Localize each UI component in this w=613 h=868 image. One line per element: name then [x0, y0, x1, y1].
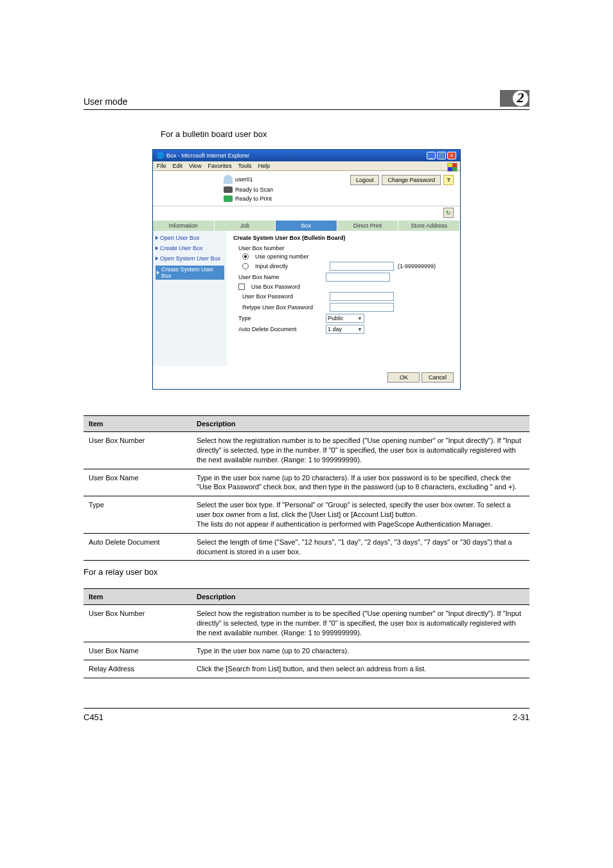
table-row: User Box Name Type in the user box name …: [84, 469, 529, 496]
auto-delete-select-value: 1 day: [328, 326, 342, 332]
table2-row0-item: User Box Number: [84, 605, 191, 642]
refresh-icon[interactable]: ↻: [443, 208, 454, 218]
subheading-relay: For a relay user box: [84, 567, 529, 577]
type-select[interactable]: Public▼: [326, 314, 364, 323]
main-tabs: Information Job Box Direct Print Store A…: [153, 221, 460, 231]
menu-file[interactable]: File: [157, 163, 166, 169]
user-box-password-input[interactable]: [330, 292, 394, 301]
tab-information[interactable]: Information: [153, 221, 215, 231]
table1-row3-desc: Select the length of time ("Save", "12 h…: [191, 533, 529, 561]
scan-status: Ready to Scan: [235, 186, 273, 193]
menu-tools[interactable]: Tools: [238, 163, 251, 169]
chapter-number: 2: [513, 91, 528, 106]
nav-create-user-box[interactable]: Create User Box: [155, 245, 224, 251]
type-select-value: Public: [328, 315, 344, 321]
retype-password-input[interactable]: [330, 303, 394, 312]
auto-delete-label: Auto Delete Document: [238, 326, 322, 332]
close-button[interactable]: ×: [447, 152, 456, 159]
ie-throbber-icon: [447, 163, 458, 172]
subheading-bulletin: For a bulletin board user box: [161, 129, 529, 139]
radio-input-directly[interactable]: [242, 263, 249, 269]
ie-icon: 🌐: [157, 152, 164, 159]
user-box-number-range: (1-999999999): [398, 263, 436, 269]
table1-row2-desc: Select the user box type. If "Personal" …: [191, 496, 529, 534]
user-box-number-input[interactable]: [330, 262, 394, 271]
radio-use-opening-number[interactable]: [242, 253, 249, 260]
help-icon[interactable]: ?: [443, 175, 454, 185]
user-box-name-label: User Box Name: [238, 274, 322, 280]
nav-create-system-user-box-label: Create System User Box: [161, 266, 223, 279]
use-box-password-label: Use Box Password: [251, 284, 300, 290]
tab-job[interactable]: Job: [215, 221, 276, 231]
user-box-password-label: User Box Password: [242, 293, 326, 300]
table-row: User Box Number Select how the registrat…: [84, 432, 529, 469]
table1-header-desc: Description: [191, 416, 529, 432]
window-title: Box - Microsoft Internet Explorer: [166, 152, 249, 159]
table-row: User Box Name Type in the user box name …: [84, 642, 529, 660]
menu-favorites[interactable]: Favorites: [208, 163, 231, 169]
logout-button[interactable]: Logout: [350, 175, 380, 185]
nav-create-user-box-label: Create User Box: [160, 245, 203, 251]
table2-row1-desc: Type in the user box name (up to 20 char…: [191, 642, 529, 660]
menu-help[interactable]: Help: [258, 163, 270, 169]
form-title: Create System User Box (Bulletin Board): [233, 235, 454, 241]
nav-open-system-user-box[interactable]: Open System User Box: [155, 255, 224, 262]
table2-row0-desc: Select how the registration number is to…: [191, 605, 529, 642]
tab-direct-print[interactable]: Direct Print: [337, 221, 399, 231]
nav-open-system-user-box-label: Open System User Box: [160, 255, 220, 262]
table1-header-item: Item: [84, 416, 191, 432]
logged-in-user: user01: [235, 176, 253, 183]
print-status: Ready to Print: [235, 195, 272, 202]
menu-bar: File Edit View Favorites Tools Help: [153, 161, 460, 171]
form-panel: Create System User Box (Bulletin Board) …: [227, 231, 460, 366]
use-box-password-checkbox[interactable]: [238, 284, 245, 290]
tab-box[interactable]: Box: [276, 221, 337, 231]
printer-icon: [224, 195, 233, 202]
menu-view[interactable]: View: [189, 163, 201, 169]
side-navigation: Open User Box Create User Box Open Syste…: [153, 231, 227, 366]
table1-row2-item: Type: [84, 496, 191, 534]
footer-model: C451: [84, 712, 103, 722]
relay-box-table: Item Description User Box Number Select …: [84, 588, 529, 678]
scanner-icon: [224, 186, 233, 193]
nav-create-system-user-box[interactable]: Create System User Box: [155, 266, 224, 280]
type-label: Type: [238, 315, 322, 321]
opt-use-opening-number: Use opening number: [255, 253, 309, 260]
chapter-badge: 2: [500, 90, 529, 107]
table1-row1-desc: Type in the user box name (up to 20 char…: [191, 469, 529, 496]
table2-row2-desc: Click the [Search from List] button, and…: [191, 660, 529, 678]
cancel-button[interactable]: Cancel: [422, 372, 454, 383]
change-password-button[interactable]: Change Password: [382, 175, 441, 185]
chevron-down-icon: ▼: [357, 327, 362, 332]
table-row: Auto Delete Document Select the length o…: [84, 533, 529, 561]
table-row: Type Select the user box type. If "Perso…: [84, 496, 529, 534]
table-row: User Box Number Select how the registrat…: [84, 605, 529, 642]
auto-delete-select[interactable]: 1 day▼: [326, 325, 364, 334]
table-row: Relay Address Click the [Search from Lis…: [84, 660, 529, 678]
footer-page-number: 2-31: [513, 712, 529, 722]
retype-password-label: Retype User Box Password: [242, 304, 326, 311]
user-icon: [224, 175, 233, 184]
user-box-number-label: User Box Number: [238, 245, 322, 251]
table2-header-desc: Description: [191, 589, 529, 605]
opt-input-directly: Input directly: [255, 263, 326, 269]
page-header-title: User mode: [84, 96, 127, 107]
table2-row1-item: User Box Name: [84, 642, 191, 660]
nav-open-user-box-label: Open User Box: [160, 235, 200, 241]
table1-row1-item: User Box Name: [84, 469, 191, 496]
nav-open-user-box[interactable]: Open User Box: [155, 235, 224, 241]
tab-store-address[interactable]: Store Address: [398, 221, 460, 231]
table1-row3-item: Auto Delete Document: [84, 533, 191, 561]
minimize-button[interactable]: _: [427, 152, 436, 159]
menu-edit[interactable]: Edit: [173, 163, 183, 169]
bulletin-box-table: Item Description User Box Number Select …: [84, 415, 529, 561]
user-box-name-input[interactable]: [326, 273, 390, 282]
ok-button[interactable]: OK: [387, 372, 420, 383]
embedded-browser-window: 🌐 Box - Microsoft Internet Explorer _ □ …: [152, 149, 461, 390]
table2-header-item: Item: [84, 589, 191, 605]
chevron-down-icon: ▼: [357, 316, 362, 321]
table2-row2-item: Relay Address: [84, 660, 191, 678]
window-titlebar: 🌐 Box - Microsoft Internet Explorer _ □ …: [153, 150, 460, 161]
maximize-button[interactable]: □: [437, 152, 446, 159]
table1-row0-desc: Select how the registration number is to…: [191, 432, 529, 469]
